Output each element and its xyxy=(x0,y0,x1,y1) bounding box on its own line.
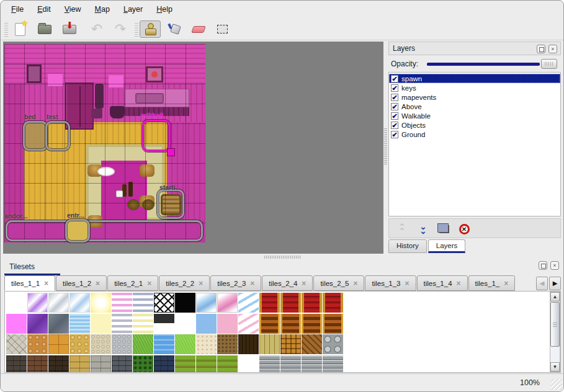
map-object-bed[interactable] xyxy=(23,121,48,151)
tab-scroll-left-icon[interactable]: ◀ xyxy=(536,277,548,290)
fill-tool-button[interactable] xyxy=(164,20,186,38)
object-resize-handle[interactable] xyxy=(167,148,175,156)
tile-1-2[interactable] xyxy=(48,314,69,334)
tile-1-6[interactable] xyxy=(133,314,153,334)
tile-3-2[interactable] xyxy=(48,355,69,373)
tile-3-11[interactable] xyxy=(238,355,259,373)
tile-3-12[interactable] xyxy=(259,355,280,373)
menu-file[interactable]: File xyxy=(4,2,30,16)
tile-2-1[interactable] xyxy=(27,334,48,354)
tile-2-12[interactable] xyxy=(259,334,280,354)
layer-row-Ground[interactable]: ✔Ground xyxy=(389,130,560,139)
tile-2-7[interactable] xyxy=(154,334,174,354)
toolbar-grip[interactable] xyxy=(4,23,8,37)
float-tilesets-icon[interactable] xyxy=(539,261,547,270)
tile-0-3[interactable] xyxy=(69,293,90,313)
map-object-test[interactable] xyxy=(45,121,70,151)
tileset-tab-tiles_2_3[interactable]: tiles_2_3× xyxy=(210,275,261,291)
tab-close-icon[interactable]: × xyxy=(504,279,508,288)
tile-0-9[interactable] xyxy=(196,293,217,313)
tileset-tab-tiles_1_1[interactable]: tiles_1_1× xyxy=(4,275,55,291)
map-object-starti[interactable] xyxy=(157,189,184,219)
rect-select-tool-button[interactable] xyxy=(212,20,233,38)
tile-1-8[interactable] xyxy=(175,314,195,334)
save-map-button[interactable] xyxy=(59,20,80,38)
toolbar-grip-2[interactable] xyxy=(135,23,138,37)
tile-2-0[interactable] xyxy=(6,334,27,354)
opacity-slider-track[interactable] xyxy=(427,63,540,66)
tile-2-11[interactable] xyxy=(238,334,259,354)
map-canvas[interactable]: bedtestmikhailandor...entr...starti... xyxy=(4,44,205,243)
tab-layers[interactable]: Layers xyxy=(428,239,466,253)
close-panel-icon[interactable]: × xyxy=(548,45,557,53)
tile-1-13[interactable] xyxy=(280,314,301,334)
layer-row-Walkable[interactable]: ✔Walkable xyxy=(389,111,560,120)
tile-2-5[interactable] xyxy=(112,334,132,354)
tile-0-13[interactable] xyxy=(280,293,301,313)
tab-close-icon[interactable]: × xyxy=(457,279,461,288)
duplicate-layer-button[interactable] xyxy=(436,221,452,236)
menu-layer[interactable]: Layer xyxy=(117,2,150,16)
tile-1-7[interactable] xyxy=(154,314,174,334)
scroll-down-icon[interactable]: ▼ xyxy=(550,362,560,372)
layer-checkbox[interactable]: ✔ xyxy=(391,75,398,82)
tile-2-9[interactable] xyxy=(196,334,217,354)
tile-1-4[interactable] xyxy=(91,314,111,334)
menu-edit[interactable]: Edit xyxy=(30,2,58,16)
tile-1-10[interactable] xyxy=(217,314,238,334)
tileset-tab-tiles_2_1[interactable]: tiles_2_1× xyxy=(107,275,158,291)
tile-0-6[interactable] xyxy=(133,293,153,313)
tab-close-icon[interactable]: × xyxy=(199,279,203,288)
tile-2-15[interactable] xyxy=(323,334,343,354)
tile-2-2[interactable] xyxy=(48,334,69,354)
layer-row-Objects[interactable]: ✔Objects xyxy=(389,120,560,130)
layer-row-keys[interactable]: ✔keys xyxy=(389,83,560,92)
float-panel-icon[interactable] xyxy=(537,45,545,53)
tile-2-3[interactable] xyxy=(69,334,90,354)
tileset-tab-tiles_2_5[interactable]: tiles_2_5× xyxy=(313,275,364,291)
map-view[interactable]: bedtestmikhailandor...entr...starti... xyxy=(3,42,383,254)
tile-1-9[interactable] xyxy=(196,314,217,334)
redo-button[interactable]: ↷ xyxy=(110,20,131,38)
tile-1-15[interactable] xyxy=(323,314,343,334)
tile-1-12[interactable] xyxy=(259,314,280,334)
tile-2-8[interactable] xyxy=(175,334,195,354)
layer-row-Above[interactable]: ✔Above xyxy=(389,102,560,111)
layer-checkbox[interactable]: ✔ xyxy=(391,112,398,120)
scroll-up-icon[interactable]: ▲ xyxy=(550,292,560,301)
tab-scroll-right-icon[interactable]: ▶ xyxy=(549,277,561,290)
tile-palette[interactable] xyxy=(4,291,561,373)
tileset-tab-tiles_1_3[interactable]: tiles_1_3× xyxy=(365,275,416,291)
tileset-tab-tiles_2_4[interactable]: tiles_2_4× xyxy=(262,275,313,291)
layer-checkbox[interactable]: ✔ xyxy=(391,94,398,101)
tile-0-0[interactable] xyxy=(6,293,27,313)
tile-3-8[interactable] xyxy=(175,355,195,373)
menu-help[interactable]: Help xyxy=(150,2,179,16)
tile-0-8[interactable] xyxy=(175,293,195,313)
tileset-tab-tiles_1_4[interactable]: tiles_1_4× xyxy=(417,275,468,291)
new-map-button[interactable] xyxy=(9,20,30,38)
map-object-entr[interactable] xyxy=(65,219,90,243)
tab-close-icon[interactable]: × xyxy=(147,279,151,288)
layer-checkbox[interactable]: ✔ xyxy=(391,131,398,138)
tile-1-1[interactable] xyxy=(27,314,48,334)
tile-2-13[interactable] xyxy=(280,334,301,354)
tile-1-5[interactable] xyxy=(112,314,132,334)
layer-checkbox[interactable]: ✔ xyxy=(391,84,398,92)
opacity-slider-handle[interactable] xyxy=(541,59,557,69)
tile-2-10[interactable] xyxy=(217,334,238,354)
tile-3-0[interactable] xyxy=(6,355,27,373)
tile-3-5[interactable] xyxy=(112,355,132,373)
tab-history[interactable]: History xyxy=(388,239,427,253)
tile-0-2[interactable] xyxy=(48,293,69,313)
tile-3-9[interactable] xyxy=(196,355,217,373)
undo-button[interactable]: ↶ xyxy=(86,20,107,38)
tileset-tab-tiles_1_2[interactable]: tiles_1_2× xyxy=(56,275,107,291)
tile-0-4[interactable] xyxy=(91,293,111,313)
close-tilesets-icon[interactable]: × xyxy=(550,261,559,270)
tile-3-14[interactable] xyxy=(302,355,322,373)
delete-layer-button[interactable]: ✕ xyxy=(456,221,472,236)
tile-0-14[interactable] xyxy=(302,293,322,313)
tab-close-icon[interactable]: × xyxy=(302,279,306,288)
tile-2-6[interactable] xyxy=(133,334,153,354)
